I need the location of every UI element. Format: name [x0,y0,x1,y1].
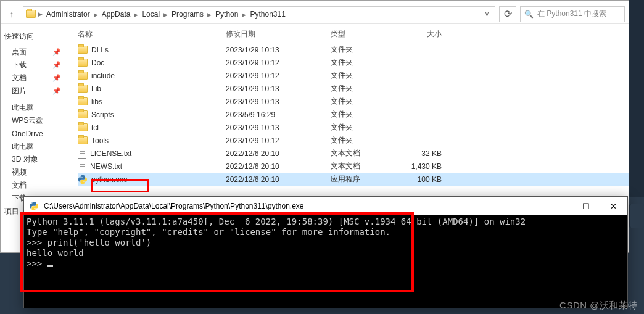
chevron-right-icon: ▶ [38,11,43,17]
cursor [47,265,53,267]
file-size: 32 KB [398,149,454,158]
sidebar-item-label: WPS云盘 [12,115,43,126]
file-type: 文件夹 [331,83,398,94]
refresh-button[interactable]: ⟳ [499,6,516,22]
sidebar-item-label: 图片 [12,86,27,96]
crumb-python[interactable]: Python [212,9,242,20]
sidebar-item[interactable]: OneDrive [1,127,65,140]
sidebar-item[interactable]: 3D 对象 [1,153,65,166]
table-row[interactable]: DLLs2023/1/29 10:13文件夹 [78,43,629,56]
file-name: Scripts [91,110,114,119]
file-date: 2023/5/9 16:29 [226,110,331,119]
search-input[interactable]: 🔍 在 Python311 中搜索 [520,6,625,22]
sidebar-item[interactable]: 视频 [1,166,65,179]
sidebar-item[interactable]: 此电脑 [1,140,65,153]
col-type[interactable]: 类型 [331,29,398,39]
file-type: 应用程序 [331,174,398,184]
sidebar-item-label: 此电脑 [12,141,34,152]
file-date: 2023/1/29 10:12 [226,72,331,80]
file-name: tcl [91,123,99,132]
table-row[interactable]: Doc2023/1/29 10:12文件夹 [78,56,629,69]
sidebar-item[interactable]: 文档📌 [1,72,65,85]
up-icon[interactable]: ↑ [4,7,19,22]
file-type: 文件夹 [331,135,398,146]
search-placeholder: 在 Python311 中搜索 [537,9,606,19]
pin-icon: 📌 [52,48,61,56]
col-date[interactable]: 修改日期 [226,29,331,39]
table-row[interactable]: libs2023/1/29 10:13文件夹 [78,95,629,108]
crumb-appdata[interactable]: AppData [98,9,134,20]
table-row[interactable]: Tools2023/1/29 10:12文件夹 [78,134,629,147]
window-controls: — ☐ ✕ [544,197,627,215]
col-name[interactable]: 名称 [78,29,226,39]
file-name: include [91,72,115,80]
background-strip [629,0,644,197]
file-name: Doc [91,59,104,67]
file-date: 2022/12/6 20:10 [226,149,331,158]
folder-icon [78,85,88,93]
file-name: DLLs [91,46,109,54]
table-row[interactable]: NEWS.txt2022/12/6 20:10文本文档1,430 KB [78,160,629,173]
sidebar-item-label: 此电脑 [12,102,34,113]
refresh-icon: ⟳ [504,8,512,20]
sidebar-item-label: 下载 [12,60,27,70]
chevron-down-icon[interactable]: v [482,10,492,17]
file-date: 2022/12/6 20:10 [226,175,331,184]
column-headers: 名称 修改日期 类型 大小 [78,27,629,43]
file-name: LICENSE.txt [90,149,131,158]
console-titlebar: C:\Users\Administrator\AppData\Local\Pro… [24,197,627,215]
minimize-button[interactable]: — [544,197,572,215]
text-file-icon [78,162,86,171]
file-type: 文本文档 [331,148,398,159]
file-type: 文件夹 [331,70,398,81]
sidebar-item-label: 文档 [12,180,27,191]
quick-access-header[interactable]: 快速访问 [1,30,65,46]
file-size: 100 KB [398,175,454,184]
crumb-administrator[interactable]: Administrator [43,9,94,20]
folder-icon [78,123,88,131]
table-row[interactable]: tcl2023/1/29 10:13文件夹 [78,121,629,134]
sidebar-item[interactable]: 文档 [1,179,65,192]
crumb-python311[interactable]: Python311 [246,9,289,20]
pin-icon: 📌 [52,87,61,95]
sidebar-item-label: 3D 对象 [12,154,38,165]
crumb-local[interactable]: Local [138,9,163,20]
folder-icon [26,10,36,18]
crumb-programs[interactable]: Programs [168,9,207,20]
sidebar-item[interactable]: 桌面📌 [1,46,65,59]
file-type: 文本文档 [331,161,398,171]
col-size[interactable]: 大小 [398,29,454,39]
file-name: python.exe [91,175,128,184]
folder-icon [78,110,88,118]
file-date: 2023/1/29 10:13 [226,46,331,54]
text-file-icon [78,149,86,159]
sidebar-item[interactable]: 图片📌 [1,85,65,97]
sidebar-item[interactable]: 下载📌 [1,59,65,72]
table-row[interactable]: python.exe2022/12/6 20:10应用程序100 KB [78,173,629,186]
folder-icon [78,59,88,67]
python-icon [78,175,88,184]
sidebar-item-label: 项目 [4,206,19,217]
file-name: NEWS.txt [90,162,122,171]
table-row[interactable]: Scripts2023/5/9 16:29文件夹 [78,108,629,121]
chevron-right-icon: ▶ [94,12,98,18]
folder-icon [78,136,88,144]
file-type: 文件夹 [331,122,398,133]
table-row[interactable]: include2023/1/29 10:12文件夹 [78,69,629,82]
sidebar-item[interactable]: 此电脑 [1,101,65,114]
table-row[interactable]: Lib2023/1/29 10:13文件夹 [78,82,629,95]
file-date: 2023/1/29 10:12 [226,59,331,67]
background-strip-2 [629,204,644,228]
file-name: libs [91,97,102,106]
close-button[interactable]: ✕ [600,197,627,215]
sidebar-item-label: 桌面 [12,47,27,57]
console-title-text: C:\Users\Administrator\AppData\Local\Pro… [44,202,539,210]
sidebar-item-label: 视频 [12,167,27,178]
maximize-button[interactable]: ☐ [572,197,600,215]
table-row[interactable]: LICENSE.txt2022/12/6 20:10文本文档32 KB [78,147,629,160]
breadcrumb[interactable]: ▶ Administrator▶AppData▶Local▶Programs▶P… [23,6,495,22]
file-size: 1,430 KB [398,162,454,171]
maximize-icon: ☐ [582,202,590,211]
console-output[interactable]: Python 3.11.1 (tags/v3.11.1:a7a450f, Dec… [24,215,627,270]
sidebar-item[interactable]: WPS云盘 [1,114,65,127]
